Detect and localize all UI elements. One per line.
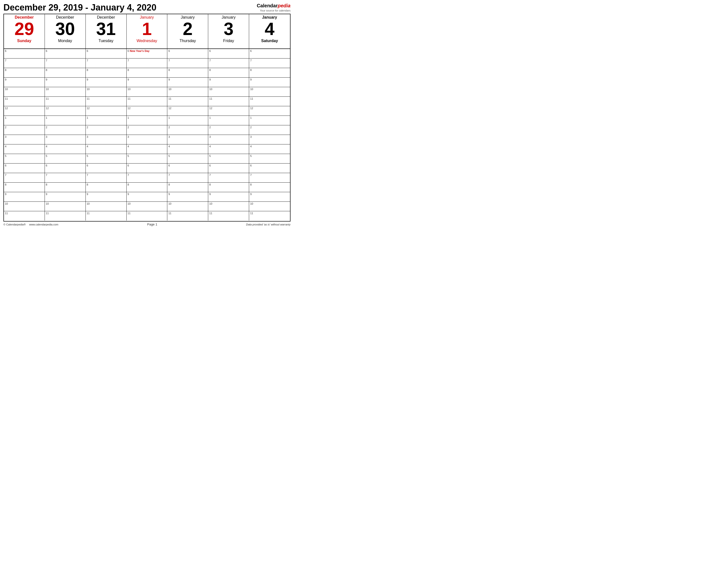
time-label-r7-c6: 1 (250, 116, 252, 119)
time-label-r4-c1: 10 (46, 88, 49, 91)
calendar-grid: December29SundayDecember30MondayDecember… (3, 14, 291, 222)
time-label-r13-c3: 7 (128, 174, 129, 177)
time-label-r17-c5: 11 (209, 212, 212, 215)
time-cell-r6-c2: 12 (86, 106, 127, 116)
time-label-r0-c0: 6 (5, 49, 6, 52)
time-label-r9-c6: 3 (250, 135, 252, 138)
time-label-r5-c0: 11 (5, 97, 8, 100)
time-cell-r16-c5: 10 (208, 202, 249, 211)
time-rows: 6666 New Year's Day666777777788888889999… (4, 49, 290, 221)
time-cell-r17-c0: 11 (4, 211, 45, 221)
time-label-r6-c5: 12 (209, 107, 212, 110)
time-cell-r7-c6: 1 (249, 116, 290, 125)
time-cell-r6-c0: 12 (4, 106, 45, 116)
time-cell-r0-c5: 6 (208, 49, 249, 58)
time-cell-r15-c5: 9 (208, 192, 249, 202)
time-cell-r6-c3: 12 (127, 106, 168, 116)
time-cell-r4-c3: 10 (127, 87, 168, 97)
time-label-r7-c1: 1 (46, 116, 47, 119)
time-cell-r4-c5: 10 (208, 87, 249, 97)
logo-area: Calendarpedia Your source for calendars (257, 2, 291, 12)
day-number-jan2: 2 (183, 20, 193, 38)
time-label-r4-c6: 10 (250, 88, 253, 91)
time-cell-r14-c1: 8 (45, 183, 86, 192)
time-label-r11-c5: 5 (209, 155, 211, 157)
time-label-r3-c5: 9 (209, 78, 211, 81)
time-label-r6-c2: 12 (87, 107, 90, 110)
time-label-r8-c2: 2 (87, 126, 88, 129)
time-cell-r8-c5: 2 (208, 125, 249, 135)
time-cell-r14-c0: 8 (4, 183, 45, 192)
time-cell-r4-c0: 10 (4, 87, 45, 97)
time-cell-r8-c3: 2 (127, 125, 168, 135)
time-label-r8-c5: 2 (209, 126, 211, 129)
time-label-r2-c6: 8 (250, 69, 252, 72)
time-cell-r9-c2: 3 (86, 135, 127, 144)
time-cell-r12-c0: 6 (4, 164, 45, 173)
time-label-r13-c1: 7 (46, 174, 47, 177)
time-row-4: 10101010101010 (4, 87, 290, 97)
time-cell-r0-c2: 6 (86, 49, 127, 58)
time-cell-r9-c3: 3 (127, 135, 168, 144)
disclaimer-text: Data provided 'as is' without warranty (246, 223, 291, 226)
time-label-r11-c1: 5 (46, 155, 47, 157)
time-cell-r14-c2: 8 (86, 183, 127, 192)
time-label-r14-c6: 8 (250, 183, 252, 186)
time-cell-r8-c0: 2 (4, 125, 45, 135)
time-label-r9-c5: 3 (209, 135, 211, 138)
time-cell-r17-c6: 11 (249, 211, 290, 221)
time-label-r13-c2: 7 (87, 174, 88, 177)
time-label-r2-c1: 8 (46, 69, 47, 72)
time-label-r12-c3: 6 (128, 164, 129, 167)
time-cell-r16-c3: 10 (127, 202, 168, 211)
time-cell-r1-c6: 7 (249, 59, 290, 68)
time-cell-r10-c5: 4 (208, 145, 249, 154)
time-cell-r4-c2: 10 (86, 87, 127, 97)
time-label-r0-c4: 6 (168, 49, 170, 52)
day-number-dec30: 30 (55, 20, 75, 38)
time-label-r1-c6: 7 (250, 59, 252, 62)
time-cell-r3-c3: 9 (127, 78, 168, 87)
time-label-r17-c3: 11 (128, 212, 131, 215)
time-label-r14-c1: 8 (46, 183, 47, 186)
time-cell-r1-c2: 7 (86, 59, 127, 68)
day-name-jan4: Saturday (261, 39, 278, 43)
time-label-r16-c6: 10 (250, 202, 253, 205)
time-cell-r10-c2: 4 (86, 145, 127, 154)
time-label-r8-c3: 2 (128, 126, 129, 129)
time-label-r11-c4: 5 (168, 155, 170, 157)
day-header-jan1: January1Wednesday (127, 14, 168, 48)
time-cell-r13-c2: 7 (86, 173, 127, 182)
page-title: December 29, 2019 - January 4, 2020 (3, 2, 156, 13)
time-cell-r13-c1: 7 (45, 173, 86, 182)
time-label-r9-c4: 3 (168, 135, 170, 138)
time-cell-r11-c1: 5 (45, 154, 86, 163)
day-name-dec30: Monday (58, 39, 72, 43)
time-cell-r12-c3: 6 (127, 164, 168, 173)
time-label-r9-c2: 3 (87, 135, 88, 138)
time-cell-r13-c5: 7 (208, 173, 249, 182)
time-row-10: 4444444 (4, 145, 290, 154)
time-cell-r9-c1: 3 (45, 135, 86, 144)
time-row-0: 6666 New Year's Day666 (4, 49, 290, 59)
time-label-r3-c1: 9 (46, 78, 47, 81)
time-label-r15-c2: 9 (87, 193, 88, 196)
time-cell-r15-c6: 9 (249, 192, 290, 202)
time-label-r8-c4: 2 (168, 126, 170, 129)
time-cell-r3-c6: 9 (249, 78, 290, 87)
time-label-r15-c6: 9 (250, 193, 252, 196)
time-cell-r8-c2: 2 (86, 125, 127, 135)
time-row-9: 3333333 (4, 135, 290, 145)
time-cell-r3-c0: 9 (4, 78, 45, 87)
time-label-r15-c0: 9 (5, 193, 6, 196)
time-cell-r5-c4: 11 (167, 97, 208, 106)
time-cell-r1-c5: 7 (208, 59, 249, 68)
time-cell-r0-c1: 6 (45, 49, 86, 58)
time-cell-r2-c2: 8 (86, 68, 127, 77)
time-label-r5-c1: 11 (46, 97, 49, 100)
time-label-r3-c4: 9 (168, 78, 170, 81)
time-label-r8-c6: 2 (250, 126, 252, 129)
day-header-dec30: December30Monday (45, 14, 86, 48)
time-cell-r8-c4: 2 (167, 125, 208, 135)
time-label-r17-c4: 11 (168, 212, 171, 215)
